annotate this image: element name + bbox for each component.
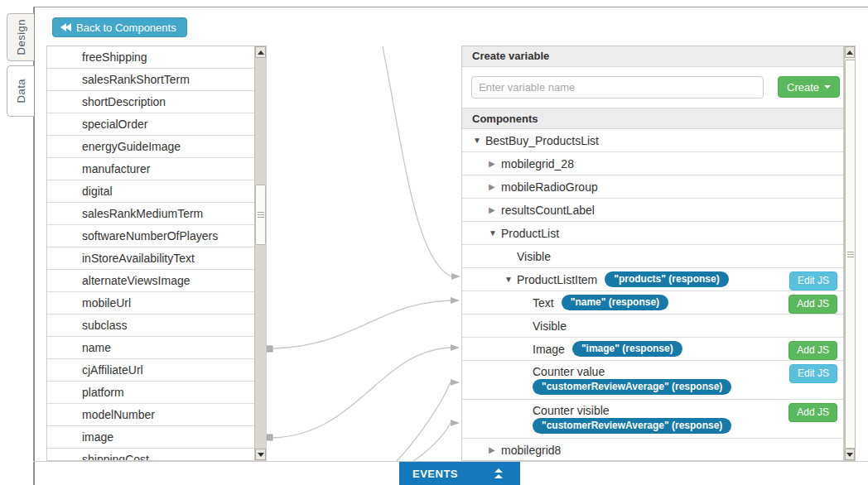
tree-label: mobileRadioGroup: [501, 180, 598, 194]
tree-label: Counter visible: [533, 404, 610, 417]
components-scrollbar[interactable]: [844, 46, 856, 461]
list-item[interactable]: salesRankShortTerm: [47, 69, 254, 91]
list-item[interactable]: mobileUrl: [47, 292, 254, 315]
scrollbar-thumb[interactable]: [255, 185, 266, 245]
expand-arrow-icon[interactable]: ▶: [489, 152, 501, 175]
tree-row-mobilegrid-28[interactable]: ▶mobilegrid_28: [462, 152, 843, 175]
add-js-button[interactable]: Add JS: [788, 295, 837, 314]
tab-data-label: Data: [15, 79, 27, 103]
list-item[interactable]: energyGuideImage: [47, 136, 254, 158]
scroll-down-button[interactable]: [845, 449, 855, 460]
expand-arrow-icon[interactable]: ▶: [489, 175, 501, 198]
tree-label: resultsCountLabel: [501, 204, 595, 217]
edit-js-button[interactable]: Edit JS: [789, 364, 837, 383]
back-to-components-button[interactable]: Back to Components: [52, 17, 187, 37]
chevron-down-icon: [824, 85, 831, 89]
list-item[interactable]: name: [47, 337, 254, 359]
mapping-badge[interactable]: "products" (response): [605, 271, 728, 287]
events-bar-label: EVENTS: [412, 468, 458, 480]
list-item[interactable]: cjAffiliateUrl: [47, 359, 254, 382]
list-item[interactable]: freeShipping: [47, 46, 254, 69]
tab-data[interactable]: Data: [7, 65, 34, 117]
mapping-badge[interactable]: "customerReviewAverage" (response): [533, 418, 731, 434]
create-variable-button[interactable]: Create: [778, 76, 840, 98]
tree-row-mobilegrid8[interactable]: ▶mobilegrid8: [462, 439, 843, 461]
scroll-up-button[interactable]: [845, 46, 855, 58]
scrollbar-thumb[interactable]: [845, 60, 856, 449]
collapse-arrow-icon[interactable]: ▼: [504, 268, 517, 291]
mapping-editor: Design Data Back to Components freeShipp…: [0, 0, 868, 485]
list-item[interactable]: specialOrder: [47, 113, 254, 136]
tree-row-text[interactable]: Text"name" (response)Add JS: [462, 291, 843, 315]
tree-row-counter-value[interactable]: Counter value"customerReviewAverage" (re…: [462, 361, 843, 400]
tree-label: mobilegrid8: [501, 444, 561, 457]
create-variable-header: Create variable: [462, 46, 843, 67]
response-fields-panel: freeShippingsalesRankShortTermshortDescr…: [46, 46, 267, 461]
list-item[interactable]: salesRankMediumTerm: [47, 203, 254, 225]
tree-row-visible[interactable]: Visible: [462, 315, 843, 338]
tab-design[interactable]: Design: [7, 13, 34, 61]
tab-design-label: Design: [15, 19, 27, 55]
events-bar-button[interactable]: EVENTS: [399, 462, 520, 485]
list-item[interactable]: alternateViewsImage: [47, 270, 254, 292]
tree-label: ProductList: [501, 227, 559, 240]
fields-list: freeShippingsalesRankShortTermshortDescr…: [47, 46, 254, 460]
add-js-button[interactable]: Add JS: [788, 403, 837, 422]
collapse-arrow-icon[interactable]: ▼: [489, 222, 501, 244]
list-item[interactable]: manufacturer: [47, 158, 254, 180]
mapping-badge[interactable]: "name" (response): [562, 295, 668, 310]
tree-label: Image: [533, 343, 565, 356]
list-item[interactable]: shippingCost: [47, 449, 254, 460]
list-item[interactable]: inStoreAvailabilityText: [47, 247, 254, 270]
list-item[interactable]: digital: [47, 180, 254, 203]
tree-label: Counter value: [533, 365, 605, 378]
tree-row-bestbuy-productslist[interactable]: ▼BestBuy_ProductsList: [462, 129, 843, 152]
list-item[interactable]: platform: [47, 382, 254, 404]
list-item[interactable]: shortDescription: [47, 91, 254, 113]
collapse-up-icon: [494, 468, 503, 479]
tree-label: BestBuy_ProductsList: [485, 134, 599, 147]
tree-label: Visible: [533, 319, 567, 333]
scroll-up-button[interactable]: [255, 46, 266, 58]
tree-label: Text: [533, 296, 554, 310]
list-item[interactable]: image: [47, 426, 254, 449]
add-js-button[interactable]: Add JS: [788, 341, 837, 360]
components-panel: Create variable Create Components ▼BestB…: [461, 46, 844, 461]
tree-row-visible[interactable]: Visible: [462, 245, 843, 268]
mapping-badge[interactable]: "image" (response): [572, 341, 682, 357]
tree-label: ProductListItem: [517, 273, 597, 286]
tree-row-mobileradiogroup[interactable]: ▶mobileRadioGroup: [462, 175, 843, 199]
tree-row-image[interactable]: Image"image" (response)Add JS: [462, 338, 843, 361]
expand-arrow-icon[interactable]: ▶: [489, 439, 501, 461]
tree-label: mobilegrid_28: [501, 157, 574, 170]
tree-row-productlist[interactable]: ▼ProductList: [462, 222, 843, 245]
double-left-arrow-icon: [60, 23, 71, 31]
tree-row-counter-visible[interactable]: Counter visible"customerReviewAverage" (…: [462, 400, 843, 439]
collapse-arrow-icon[interactable]: ▼: [473, 129, 485, 151]
list-item[interactable]: softwareNumberOfPlayers: [47, 225, 254, 247]
scroll-down-button[interactable]: [255, 449, 266, 460]
mapping-badge[interactable]: "customerReviewAverage" (response): [533, 379, 731, 395]
components-header: Components: [462, 108, 843, 129]
fields-scrollbar[interactable]: [254, 46, 266, 460]
list-item[interactable]: modelNumber: [47, 404, 254, 426]
create-button-label: Create: [787, 81, 819, 94]
components-tree: ▼BestBuy_ProductsList▶mobilegrid_28▶mobi…: [462, 129, 843, 461]
tree-row-resultscountlabel[interactable]: ▶resultsCountLabel: [462, 199, 843, 222]
variable-name-input[interactable]: [471, 76, 764, 98]
create-variable-row: Create: [462, 67, 843, 108]
edit-js-button[interactable]: Edit JS: [789, 271, 837, 291]
expand-arrow-icon[interactable]: ▶: [489, 199, 501, 221]
list-item[interactable]: subclass: [47, 315, 254, 337]
tree-label: Visible: [517, 250, 551, 263]
back-button-label: Back to Components: [76, 22, 176, 34]
tree-row-productlistitem[interactable]: ▼ProductListItem"products" (response)Edi…: [462, 268, 843, 291]
